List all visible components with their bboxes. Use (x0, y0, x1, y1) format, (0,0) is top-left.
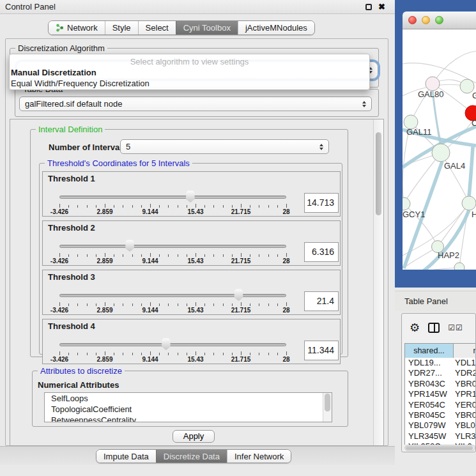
table-row[interactable]: YER054CYER0 (405, 400, 476, 410)
threshold-value-field[interactable]: 21.4 (304, 291, 339, 311)
table-column-label: shared... (413, 346, 445, 355)
settings-scrollbar[interactable] (373, 119, 383, 445)
table-row[interactable]: YBR045CYBR0 (405, 410, 476, 420)
slider-minor-tick (132, 353, 133, 355)
table-row[interactable]: YDR27...YDR2 (405, 368, 476, 378)
zoom-traffic-light[interactable] (435, 16, 443, 24)
table-row[interactable]: YBL079WYBL0 (405, 420, 476, 431)
slider-minor-tick (277, 254, 278, 257)
tab-style[interactable]: Style (105, 21, 138, 35)
network-canvas[interactable]: GAL80GACGAL11GAL4GCY1HHAP2 (403, 29, 476, 270)
slider-minor-tick (277, 303, 278, 306)
slider-minor-tick (250, 254, 250, 257)
slider-minor-tick (178, 254, 178, 257)
table-hscrollbar-thumb[interactable] (406, 446, 473, 450)
threshold-value-field[interactable]: 11.344 (304, 341, 339, 360)
tab-network[interactable]: Network (49, 21, 105, 35)
slider-major-tick (150, 351, 151, 355)
table-row[interactable]: YPR145WYPR1 (405, 389, 476, 399)
settings-scrollbar-thumb[interactable] (376, 132, 381, 215)
table-cell: YDR27... (405, 368, 452, 378)
algorithm-option-equal-width-frequency-discretization[interactable]: Equal Width/Frequency Discretization (10, 78, 369, 89)
table-data-combo[interactable]: galFiltered.sif default node (19, 96, 372, 111)
attribute-item-betweennesscentrality[interactable]: BetweennessCentrality (45, 415, 332, 422)
algorithm-option-manual-discretization[interactable]: Manual Discretization (10, 67, 369, 78)
table-cell: YBR0 (452, 379, 476, 389)
gear-icon[interactable]: ⚙ (410, 321, 420, 335)
slider-track[interactable] (59, 294, 286, 297)
threshold-value-field[interactable]: 6.316 (304, 242, 339, 262)
slider-minor-tick (141, 254, 142, 257)
slider-track[interactable] (59, 343, 286, 346)
network-window-titlebar[interactable] (403, 12, 476, 29)
list-scrollbar[interactable] (323, 393, 332, 422)
numerical-attributes-list[interactable]: SelfLoopsTopologicalCoefficientBetweenne… (44, 392, 332, 422)
table-column-header-1[interactable]: na (454, 344, 476, 358)
slider-minor-tick (259, 205, 259, 208)
slider-tick-label: -3.426 (50, 356, 68, 363)
slider-major-tick (196, 253, 196, 257)
close-traffic-light[interactable] (408, 16, 417, 24)
slider-minor-tick (187, 205, 187, 208)
apply-button[interactable]: Apply (173, 430, 215, 443)
tab-impute-data[interactable]: Impute Data (96, 450, 156, 463)
split-columns-icon[interactable] (428, 323, 440, 333)
network-node-gal4[interactable] (432, 144, 450, 162)
slider-thumb[interactable] (161, 338, 171, 350)
slider-minor-tick (132, 303, 133, 306)
checkboxes-icon[interactable]: ☑☑ (448, 323, 463, 332)
number-of-intervals-combo[interactable]: 5 (120, 139, 329, 154)
slider-minor-tick (187, 303, 187, 306)
slider-tick-label: 9.144 (142, 307, 158, 314)
network-node-h[interactable] (462, 196, 476, 210)
slider-major-tick (105, 302, 105, 306)
threshold-panel-2: Threshold 2-3.4262.8599.14415.4321.71528… (42, 220, 341, 266)
tab-jactivemnodules[interactable]: jActiveMNodules (238, 21, 314, 35)
tab-select[interactable]: Select (138, 21, 176, 35)
tab-cyni-toolbox[interactable]: Cyni Toolbox (176, 21, 238, 35)
minimize-traffic-light[interactable] (422, 16, 430, 24)
attribute-item-topologicalcoefficient[interactable]: TopologicalCoefficient (45, 404, 332, 415)
number-of-intervals-label: Number of Intervals (49, 142, 127, 152)
tab-discretize-data[interactable]: Discretize Data (156, 450, 227, 463)
table-column-label: na (473, 346, 476, 355)
slider-thumb[interactable] (233, 289, 243, 301)
slider-track[interactable] (59, 245, 286, 248)
attributes-group-title: Attributes to discretize (38, 366, 125, 376)
tab-infer-network[interactable]: Infer Network (227, 450, 291, 463)
float-button[interactable] (365, 4, 373, 12)
network-node-partial[interactable] (454, 263, 464, 270)
slider-tick-label: 15.43 (187, 257, 203, 265)
slider-thumb[interactable] (125, 240, 135, 252)
slider-minor-tick (178, 303, 178, 306)
threshold-panel-4: Threshold 4-3.4262.8599.14415.4321.71528… (42, 319, 341, 364)
table-hscrollbar[interactable] (404, 445, 475, 451)
network-node-gal80[interactable] (426, 77, 440, 91)
slider-major-tick (105, 351, 105, 355)
slider-track[interactable] (59, 196, 286, 199)
slider-minor-tick (87, 303, 88, 306)
table-cell: YPR145W (405, 389, 452, 399)
numerical-attributes-label: Numerical Attributes (38, 380, 119, 390)
slider-minor-tick (77, 303, 78, 306)
slider-major-tick (59, 253, 60, 257)
slider-minor-tick (77, 353, 78, 355)
attribute-item-selfloops[interactable]: SelfLoops (45, 393, 332, 404)
table-column-header-0[interactable]: shared... (405, 344, 454, 358)
table-row[interactable]: YDL19...YDL1 (405, 358, 476, 368)
table-row[interactable]: YLR345WYLR3 (405, 431, 476, 441)
list-scrollbar-thumb[interactable] (325, 394, 330, 411)
slider-minor-tick (96, 303, 96, 306)
threshold-value-field[interactable]: 14.713 (304, 193, 339, 213)
table-cell: YER0 (452, 400, 476, 410)
tab-label: Impute Data (104, 452, 149, 461)
slider-minor-tick (268, 303, 269, 306)
slider-minor-tick (223, 205, 224, 208)
network-node-label: HAP2 (438, 250, 459, 260)
slider-minor-tick (123, 303, 123, 306)
table-row[interactable]: YBR043CYBR0 (405, 379, 476, 389)
table-data-group: Table Data galFiltered.sif default node (15, 89, 379, 117)
slider-thumb[interactable] (185, 190, 196, 203)
close-icon[interactable]: ✖ (378, 2, 385, 12)
tab-label: Network (67, 23, 98, 33)
